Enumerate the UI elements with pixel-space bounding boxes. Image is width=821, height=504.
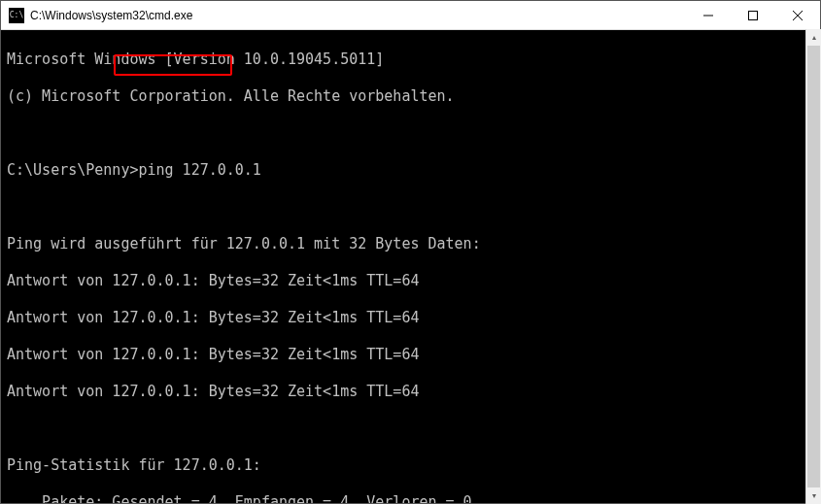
scrollbar-thumb[interactable] bbox=[807, 46, 820, 487]
ping-reply: Antwort von 127.0.0.1: Bytes=32 Zeit<1ms… bbox=[7, 272, 820, 290]
vertical-scrollbar[interactable]: ▴ ▾ bbox=[805, 29, 821, 504]
terminal-output[interactable]: Microsoft Windows [Version 10.0.19045.50… bbox=[1, 30, 820, 503]
ping-header: Ping wird ausgeführt für 127.0.0.1 mit 3… bbox=[7, 235, 820, 253]
copyright-line: (c) Microsoft Corporation. Alle Rechte v… bbox=[7, 87, 820, 106]
app-icon-glyph: C:\ bbox=[10, 12, 23, 19]
scroll-up-arrow-icon[interactable]: ▴ bbox=[806, 29, 821, 46]
minimize-button[interactable] bbox=[686, 1, 731, 29]
blank-line bbox=[7, 198, 820, 217]
prompt-prefix: C:\Users\Penny> bbox=[7, 161, 138, 179]
stats-packets: Pakete: Gesendet = 4, Empfangen = 4, Ver… bbox=[7, 493, 820, 503]
command-text: ping 127.0.0.1 bbox=[138, 161, 260, 179]
ping-reply: Antwort von 127.0.0.1: Bytes=32 Zeit<1ms… bbox=[7, 383, 820, 401]
cmd-window: C:\ C:\Windows\system32\cmd.exe Microsof… bbox=[0, 0, 821, 504]
scroll-down-arrow-icon[interactable]: ▾ bbox=[806, 487, 821, 504]
svg-rect-1 bbox=[749, 11, 758, 19]
maximize-icon bbox=[748, 11, 758, 20]
app-icon: C:\ bbox=[9, 8, 24, 23]
blank-line bbox=[7, 420, 820, 438]
window-controls bbox=[686, 1, 820, 29]
version-line: Microsoft Windows [Version 10.0.19045.50… bbox=[7, 50, 820, 69]
ping-reply: Antwort von 127.0.0.1: Bytes=32 Zeit<1ms… bbox=[7, 346, 820, 364]
window-title: C:\Windows\system32\cmd.exe bbox=[30, 9, 686, 22]
titlebar[interactable]: C:\ C:\Windows\system32\cmd.exe bbox=[1, 1, 820, 30]
ping-reply: Antwort von 127.0.0.1: Bytes=32 Zeit<1ms… bbox=[7, 309, 820, 327]
minimize-icon bbox=[703, 11, 713, 20]
maximize-button[interactable] bbox=[731, 1, 775, 29]
prompt-line-1: C:\Users\Penny>ping 127.0.0.1 bbox=[7, 161, 820, 180]
close-button[interactable] bbox=[775, 1, 820, 29]
blank-line bbox=[7, 124, 820, 143]
stats-header: Ping-Statistik für 127.0.0.1: bbox=[7, 456, 820, 475]
close-icon bbox=[793, 11, 803, 20]
